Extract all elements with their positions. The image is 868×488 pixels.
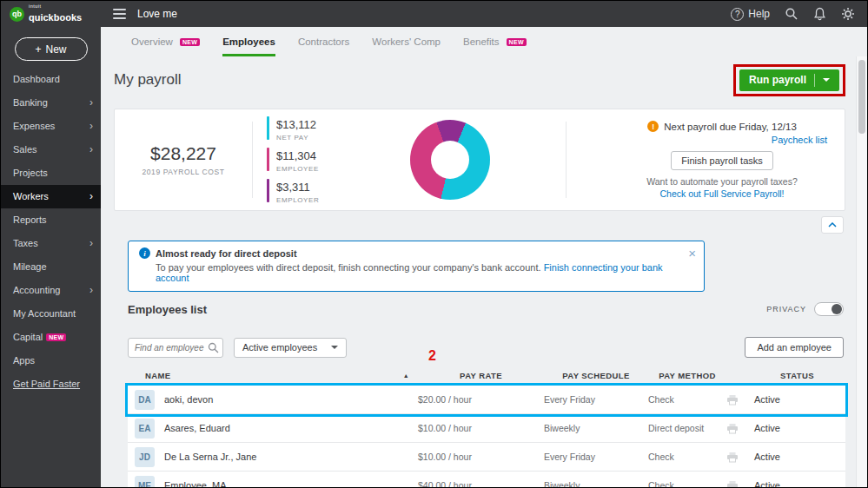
employee-avatar: JD [135,447,155,467]
total-amount: $28,227 [115,143,252,164]
sidebar-item-label: Mileage [13,261,47,272]
sidebar-item-label: Sales [13,144,37,155]
column-header-pay-schedule[interactable]: PAY SCHEDULE [544,371,648,380]
sidebar-item-apps[interactable]: Apps [1,349,101,373]
employee-name[interactable]: aoki, devon [164,394,213,405]
print-paycheck-icon[interactable] [726,452,739,463]
column-header-pay-rate[interactable]: PAY RATE [418,371,544,380]
status-cell: Active [749,423,845,433]
sidebar-item-capital[interactable]: CapitalNEW [1,326,101,349]
quickbooks-logo[interactable]: qb intuit quickbooks [1,4,101,23]
employees-list-title: Employees list [128,303,207,316]
employee-name[interactable]: Asares, Eduard [164,423,230,433]
payroll-donut-chart [410,120,490,200]
stat-color-bar [267,116,269,140]
privacy-label: PRIVACY [766,305,806,313]
employee-row[interactable]: EA Asares, Eduard $10.00 / hour Biweekly… [128,414,845,443]
settings-gear-icon[interactable] [841,7,855,21]
column-header-status[interactable]: STATUS [749,371,845,380]
stat-label: EMPLOYER [276,196,319,204]
status-cell: Active [749,394,845,405]
stat-amount: $13,112 [276,118,316,131]
sidebar-item-expenses[interactable]: Expenses› [1,115,101,138]
employee-row[interactable]: DA aoki, devon $20.00 / hour Every Frida… [128,386,845,414]
pay-method-cell: Check [648,394,726,405]
quickbooks-app-window: qb intuit quickbooks Love me ? Help [0,0,868,488]
pay-method-cell: Direct deposit [648,423,726,433]
sidebar-item-label: Taxes [13,238,38,248]
payroll-stats: $13,112 NET PAY $11,304 EMPLOYEE $3,311 … [253,116,405,204]
donut-chart-area [405,120,566,200]
column-header-pay-method[interactable]: PAY METHOD [648,371,726,380]
chevron-right-icon: › [89,185,93,208]
menu-icon[interactable] [113,9,126,19]
print-paycheck-icon[interactable] [726,423,739,434]
employee-avatar: DA [135,390,155,410]
employee-list-controls: Active employees Add an employee [128,337,844,358]
quickbooks-label: quickbooks [29,12,82,23]
full-service-payroll-link[interactable]: Check out Full Service Payroll! [617,188,827,199]
pay-schedule-cell: Biweekly [544,480,648,487]
tab-employees[interactable]: Employees [222,27,275,56]
employees-table: NAME ▲ PAY RATE PAY SCHEDULE PAY METHOD … [128,366,845,487]
caret-down-icon[interactable] [823,78,830,82]
sidebar-item-reports[interactable]: Reports [1,208,101,232]
sidebar-item-label: Get Paid Faster [13,379,80,389]
search-icon[interactable] [208,342,219,353]
tab-overview[interactable]: Overview NEW [131,27,200,56]
sidebar-item-workers[interactable]: Workers› [1,185,101,208]
pay-method-cell: Check [648,452,726,462]
page-content: My payroll Run payroll $28,227 2019 PAYR… [101,56,856,487]
paycheck-list-link[interactable]: Paycheck list [617,135,827,145]
privacy-toggle[interactable] [814,302,844,316]
sidebar-item-mileage[interactable]: Mileage [1,255,101,279]
notifications-bell-icon[interactable] [813,7,826,21]
sidebar-item-dashboard[interactable]: Dashboard [1,68,101,91]
help-label: Help [748,8,770,20]
sidebar-item-projects[interactable]: Projects [1,162,101,185]
collapse-summary-button[interactable] [821,216,844,234]
sidebar-item-accounting[interactable]: Accounting› [1,279,101,302]
stat-color-bar [267,148,269,171]
column-header-name[interactable]: NAME ▲ [128,371,418,380]
print-paycheck-icon[interactable] [726,480,739,488]
sidebar-item-my-accountant[interactable]: My Accountant [1,302,101,326]
finish-payroll-tasks-button[interactable]: Finish payroll tasks [671,151,773,170]
close-icon[interactable]: × [688,247,696,260]
plus-icon: + [35,43,41,56]
new-button[interactable]: + New [15,37,88,61]
tab-label: Employees [222,36,275,47]
sidebar-item-banking[interactable]: Banking› [1,91,101,115]
sidebar-item-get-paid-faster[interactable]: Get Paid Faster [1,373,101,396]
stat-employee: $11,304 EMPLOYEE [267,148,405,173]
scrollbar-thumb[interactable] [858,60,865,134]
main-area: Overview NEW Employees Contractors Worke… [101,27,867,487]
privacy-control: PRIVACY [766,302,844,316]
sidebar-item-sales[interactable]: Sales› [1,138,101,162]
sort-ascending-icon[interactable]: ▲ [403,373,409,379]
print-paycheck-icon[interactable] [726,394,739,406]
tab-contractors[interactable]: Contractors [298,27,349,56]
pay-rate-cell: $20.00 / hour [418,394,544,405]
employee-row[interactable]: ME Employee, MA $40.00 / hour Biweekly C… [128,472,845,487]
add-employee-button[interactable]: Add an employee [745,337,844,358]
employee-filter-dropdown[interactable]: Active employees [234,338,347,358]
run-payroll-button[interactable]: Run payroll [739,69,839,91]
tab-workers-comp[interactable]: Workers' Comp [372,27,441,56]
payroll-cost-total: $28,227 2019 PAYROLL COST [115,143,252,176]
employee-row[interactable]: JD De La Serna Jr., Jane $10.00 / hour E… [128,443,845,472]
payroll-tasks-panel: ! Next payroll due Friday, 12/13 Paychec… [567,121,845,199]
stat-color-bar [267,179,269,202]
stat-amount: $11,304 [276,149,316,162]
vertical-scrollbar[interactable] [856,56,867,487]
caret-down-icon [331,346,338,349]
help-button[interactable]: ? Help [731,8,770,21]
tab-benefits[interactable]: Benefits NEW [463,27,527,56]
employee-name[interactable]: Employee, MA [164,480,227,487]
sidebar-item-taxes[interactable]: Taxes› [1,232,101,255]
search-icon[interactable] [785,7,798,21]
next-payroll-due-text: Next payroll due Friday, 12/13 [664,122,797,132]
employee-name[interactable]: De La Serna Jr., Jane [164,452,256,462]
warning-icon: ! [647,121,659,132]
status-cell: Active [749,480,845,487]
